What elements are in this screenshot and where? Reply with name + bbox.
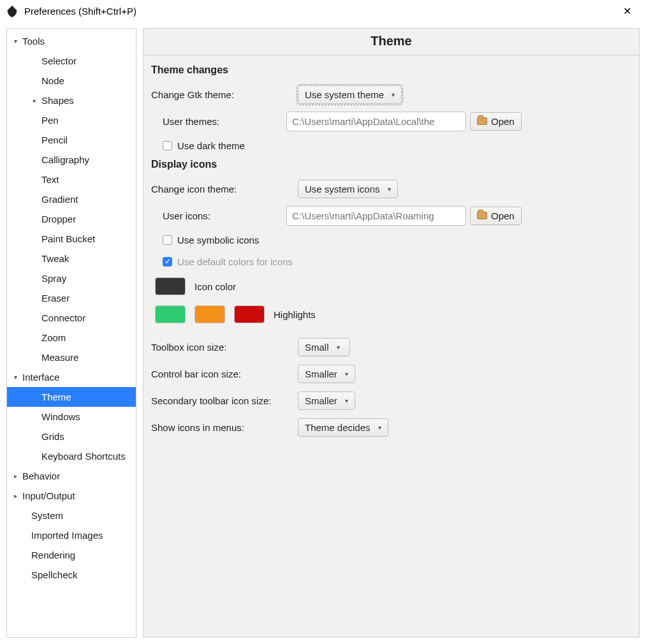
toolbox-icon-size-label: Toolbox icon size: (151, 342, 298, 353)
tree-item-label: Tools (22, 36, 45, 47)
default-colors-label: Use default colors for icons (177, 256, 293, 267)
tree-item-label: Dropper (41, 214, 76, 224)
tree-item-paint-bucket[interactable]: Paint Bucket (7, 229, 136, 249)
tree-item-node[interactable]: Node (7, 71, 136, 91)
tree-item-label: Measure (41, 352, 78, 363)
tree-item-label: Windows (41, 411, 80, 422)
tree-item-label: Imported Images (31, 530, 103, 541)
tree-item-connector[interactable]: Connector (7, 308, 136, 328)
tree-item-interface[interactable]: ▾Interface (7, 367, 136, 387)
tree-item-label: Rendering (31, 550, 75, 560)
tree-item-label: Keyboard Shortcuts (41, 451, 126, 462)
tree-item-text[interactable]: Text (7, 170, 136, 189)
highlight-swatch-1[interactable] (155, 305, 186, 323)
main-area: ▾ToolsSelectorNode▸ShapesPenPencilCallig… (0, 23, 646, 644)
folder-icon (477, 117, 487, 125)
tree-item-label: Pen (41, 115, 59, 126)
tree-item-label: Pencil (41, 135, 68, 145)
tree-item-label: Input/Output (22, 490, 75, 501)
app-icon (5, 4, 19, 18)
change-icon-theme-label: Change icon theme: (151, 184, 298, 194)
tree-item-label: Text (41, 174, 59, 185)
chevron-right-icon[interactable]: ▸ (11, 492, 20, 499)
tree-item-gradient[interactable]: Gradient (7, 189, 136, 209)
tree-item-label: Interface (22, 372, 59, 383)
tree-item-selector[interactable]: Selector (7, 51, 136, 71)
folder-icon (477, 212, 487, 219)
open-user-icons-button[interactable]: Open (470, 207, 522, 225)
section-display-icons: Display icons (151, 159, 633, 170)
tree-item-theme[interactable]: Theme (7, 387, 136, 407)
secondary-toolbar-icon-size-combo[interactable]: Smaller (298, 392, 355, 410)
user-icons-path-input[interactable] (286, 206, 466, 226)
tree-item-zoom[interactable]: Zoom (7, 328, 136, 348)
dark-theme-label: Use dark theme (177, 140, 245, 151)
tree-item-spray[interactable]: Spray (7, 268, 136, 288)
tree-item-dropper[interactable]: Dropper (7, 209, 136, 229)
user-icons-label: User icons: (151, 210, 286, 221)
titlebar: Preferences (Shift+Ctrl+P) ✕ (0, 0, 646, 23)
tree-item-label: Tweak (41, 253, 69, 264)
tree-item-label: Eraser (41, 293, 70, 304)
tree-item-rendering[interactable]: Rendering (7, 545, 136, 565)
tree-item-label: Spray (41, 273, 66, 284)
tree-item-label: Behavior (22, 471, 60, 481)
user-themes-label: User themes: (151, 116, 286, 127)
icon-color-label: Icon color (195, 281, 236, 292)
section-theme-changes: Theme changes (151, 64, 633, 76)
tree-item-pencil[interactable]: Pencil (7, 130, 136, 150)
default-colors-checkbox[interactable] (163, 257, 172, 267)
tree-item-behavior[interactable]: ▸Behavior (7, 466, 136, 486)
user-themes-path-input[interactable] (286, 112, 466, 131)
chevron-right-icon[interactable]: ▸ (11, 472, 20, 479)
tree-item-label: Zoom (41, 332, 66, 343)
symbolic-icons-checkbox[interactable] (163, 235, 172, 245)
tree-item-measure[interactable]: Measure (7, 348, 136, 367)
tree-item-tools[interactable]: ▾Tools (7, 31, 136, 51)
tree-item-shapes[interactable]: ▸Shapes (7, 91, 136, 110)
dark-theme-checkbox[interactable] (163, 141, 172, 150)
tree-item-label: Spellcheck (31, 569, 78, 580)
preferences-tree[interactable]: ▾ToolsSelectorNode▸ShapesPenPencilCallig… (6, 28, 136, 638)
tree-item-input-output[interactable]: ▸Input/Output (7, 486, 136, 506)
chevron-right-icon[interactable]: ▸ (30, 97, 39, 104)
highlights-label: Highlights (274, 309, 316, 320)
tree-item-label: Calligraphy (41, 154, 89, 165)
tree-item-grids[interactable]: Grids (7, 427, 136, 446)
tree-item-calligraphy[interactable]: Calligraphy (7, 150, 136, 170)
show-icons-menus-combo[interactable]: Theme decides (298, 418, 388, 437)
tree-item-keyboard-shortcuts[interactable]: Keyboard Shortcuts (7, 446, 136, 466)
tree-item-eraser[interactable]: Eraser (7, 288, 136, 308)
show-icons-menus-label: Show icons in menus: (151, 422, 298, 433)
highlight-swatch-2[interactable] (195, 305, 225, 323)
tree-item-label: Connector (41, 312, 85, 323)
tree-item-label: Grids (41, 431, 64, 442)
icon-color-swatch[interactable] (155, 277, 186, 295)
chevron-down-icon[interactable]: ▾ (11, 374, 20, 381)
tree-item-imported-images[interactable]: Imported Images (7, 525, 136, 545)
close-icon[interactable]: ✕ (614, 5, 640, 17)
highlight-swatch-3[interactable] (234, 305, 265, 323)
tree-item-label: Paint Bucket (41, 233, 95, 244)
controlbar-icon-size-combo[interactable]: Smaller (298, 365, 355, 383)
tree-item-spellcheck[interactable]: Spellcheck (7, 565, 136, 585)
change-icon-theme-combo[interactable]: Use system icons (298, 180, 398, 198)
tree-item-label: Shapes (41, 95, 74, 106)
tree-item-label: Gradient (41, 194, 78, 205)
controlbar-icon-size-label: Control bar icon size: (151, 369, 298, 379)
tree-item-system[interactable]: System (7, 506, 136, 525)
open-user-themes-button[interactable]: Open (470, 112, 522, 131)
chevron-down-icon[interactable]: ▾ (11, 38, 20, 45)
tree-item-windows[interactable]: Windows (7, 407, 136, 427)
toolbox-icon-size-combo[interactable]: Small (298, 338, 350, 356)
content-pane: Theme Theme changes Change Gtk theme: Us… (143, 28, 640, 638)
tree-item-tweak[interactable]: Tweak (7, 249, 136, 268)
tree-item-label: System (31, 510, 63, 521)
secondary-toolbar-icon-size-label: Secondary toolbar icon size: (151, 395, 298, 406)
tree-item-label: Selector (41, 55, 77, 66)
tree-item-label: Node (41, 75, 64, 86)
tree-item-pen[interactable]: Pen (7, 110, 136, 130)
page-title: Theme (143, 29, 639, 55)
change-gtk-theme-label: Change Gtk theme: (151, 89, 298, 100)
change-gtk-theme-combo[interactable]: Use system theme (298, 85, 402, 104)
